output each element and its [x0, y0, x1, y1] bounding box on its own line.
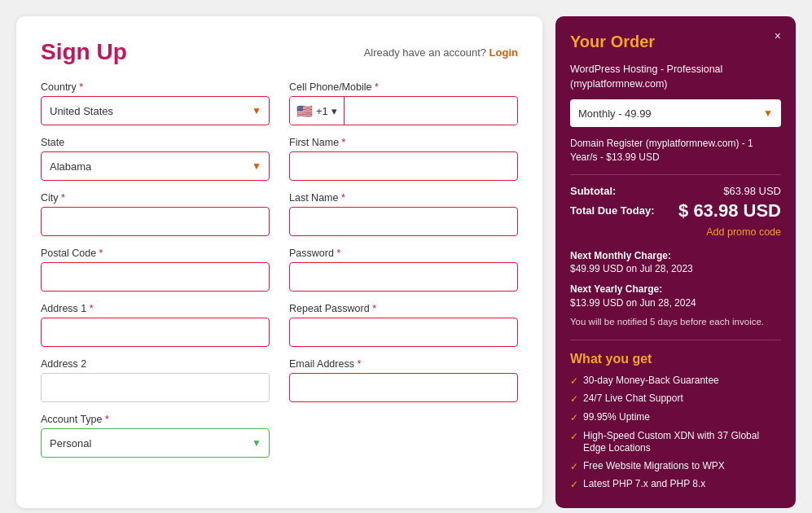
- account-type-select-wrapper: Personal Business ▼: [41, 428, 270, 458]
- city-group: City *: [41, 192, 270, 236]
- email-label: Email Address *: [289, 358, 518, 370]
- checkmark-icon: ✓: [570, 393, 578, 406]
- postal-code-group: Postal Code *: [41, 248, 270, 292]
- last-name-input[interactable]: [289, 207, 518, 236]
- feature-item: ✓Free Website Migrations to WPX: [570, 460, 781, 474]
- feature-item: ✓24/7 Live Chat Support: [570, 392, 781, 406]
- email-group: Email Address *: [289, 358, 518, 402]
- order-title: Your Order: [570, 33, 781, 51]
- phone-input-wrapper: 🇺🇸 +1 ▾: [289, 96, 518, 125]
- repeat-password-group: Repeat Password *: [289, 303, 518, 347]
- page-title: Sign Up: [41, 39, 127, 65]
- total-value: $ 63.98 USD: [678, 200, 781, 221]
- state-group: State Alabama Alaska Arizona ▼: [41, 137, 270, 181]
- address2-input[interactable]: [41, 373, 270, 402]
- what-you-get-section: What you get ✓30-day Money-Back Guarante…: [570, 340, 781, 492]
- total-row: Total Due Today: $ 63.98 USD: [570, 200, 781, 221]
- domain-line: Domain Register (myplatformnew.com) - 1 …: [570, 137, 781, 175]
- address1-group: Address 1 *: [41, 303, 270, 347]
- total-label: Total Due Today:: [570, 204, 655, 217]
- order-item-name: WordPress Hosting - Professional (myplat…: [570, 63, 781, 91]
- state-label: State: [41, 137, 270, 148]
- checkmark-icon: ✓: [570, 479, 578, 492]
- postal-code-label: Postal Code *: [41, 248, 270, 259]
- order-header: × Your Order: [570, 33, 781, 51]
- subtotal-row: Subtotal: $63.98 USD: [570, 185, 781, 197]
- next-yearly-value: $13.99 USD on Jun 28, 2024: [570, 297, 696, 309]
- first-name-label: First Name *: [289, 137, 518, 148]
- city-label: City *: [41, 192, 270, 204]
- checkmark-icon: ✓: [570, 431, 578, 444]
- checkmark-icon: ✓: [570, 412, 578, 425]
- already-account-text: Already have an account? Login: [364, 46, 518, 59]
- feature-item: ✓High-Speed Custom XDN with 37 Global Ed…: [570, 430, 781, 455]
- phone-code: +1: [316, 105, 328, 117]
- last-name-group: Last Name *: [289, 192, 518, 236]
- phone-group: Cell Phone/Mobile * 🇺🇸 +1 ▾: [289, 81, 518, 125]
- order-panel: × Your Order WordPress Hosting - Profess…: [555, 16, 796, 508]
- feature-list: ✓30-day Money-Back Guarantee✓24/7 Live C…: [570, 375, 781, 492]
- checkmark-icon: ✓: [570, 461, 578, 474]
- next-yearly-label: Next Yearly Charge:: [570, 283, 781, 296]
- email-input[interactable]: [289, 373, 518, 402]
- country-group: Country * United States Canada United Ki…: [41, 81, 270, 125]
- checkmark-icon: ✓: [570, 375, 578, 388]
- next-yearly-charge: Next Yearly Charge: $13.99 USD on Jun 28…: [570, 283, 781, 310]
- password-input[interactable]: [289, 262, 518, 292]
- last-name-label: Last Name *: [289, 192, 518, 204]
- account-type-select[interactable]: Personal Business: [41, 428, 270, 458]
- order-totals: Subtotal: $63.98 USD Total Due Today: $ …: [570, 185, 781, 221]
- phone-input[interactable]: [345, 97, 517, 125]
- address1-input[interactable]: [41, 318, 270, 347]
- country-select[interactable]: United States Canada United Kingdom: [41, 96, 270, 125]
- state-select[interactable]: Alabama Alaska Arizona: [41, 151, 270, 181]
- first-name-group: First Name *: [289, 137, 518, 181]
- address2-group: Address 2: [41, 358, 270, 402]
- signup-form: Country * United States Canada United Ki…: [41, 81, 518, 458]
- state-select-wrapper: Alabama Alaska Arizona ▼: [41, 151, 270, 181]
- password-group: Password *: [289, 248, 518, 292]
- signup-header: Sign Up Already have an account? Login: [41, 39, 518, 65]
- address2-label: Address 2: [41, 358, 270, 370]
- country-select-wrapper: United States Canada United Kingdom ▼: [41, 96, 270, 125]
- notification-text: You will be notified 5 days before each …: [570, 317, 781, 327]
- close-button[interactable]: ×: [775, 29, 781, 42]
- feature-item: ✓99.95% Uptime: [570, 411, 781, 425]
- promo-code-link[interactable]: Add promo code: [570, 226, 781, 238]
- feature-item: ✓Latest PHP 7.x and PHP 8.x: [570, 478, 781, 492]
- account-type-label: Account Type *: [41, 414, 270, 425]
- phone-flag-arrow: ▾: [331, 105, 337, 117]
- password-label: Password *: [289, 248, 518, 259]
- city-input[interactable]: [41, 207, 270, 236]
- feature-item: ✓30-day Money-Back Guarantee: [570, 375, 781, 388]
- account-type-group: Account Type * Personal Business ▼: [41, 414, 270, 458]
- billing-select[interactable]: Monthly - 49.99 Yearly - 499.99: [570, 99, 781, 127]
- country-label: Country *: [41, 81, 270, 93]
- login-link[interactable]: Login: [489, 46, 518, 59]
- subtotal-label: Subtotal:: [570, 185, 616, 197]
- what-you-get-title: What you get: [570, 352, 781, 366]
- flag-emoji: 🇺🇸: [296, 103, 313, 119]
- first-name-input[interactable]: [289, 151, 518, 181]
- repeat-password-label: Repeat Password *: [289, 303, 518, 314]
- next-monthly-label: Next Monthly Charge:: [570, 249, 781, 263]
- subtotal-value: $63.98 USD: [723, 185, 781, 197]
- billing-select-wrapper: Monthly - 49.99 Yearly - 499.99 ▼: [570, 99, 781, 127]
- address1-label: Address 1 *: [41, 303, 270, 314]
- postal-code-input[interactable]: [41, 262, 270, 292]
- next-monthly-charge: Next Monthly Charge: $49.99 USD on Jul 2…: [570, 249, 781, 277]
- phone-flag: 🇺🇸 +1 ▾: [290, 97, 345, 125]
- next-monthly-value: $49.99 USD on Jul 28, 2023: [570, 263, 693, 274]
- repeat-password-input[interactable]: [289, 318, 518, 347]
- signup-panel: Sign Up Already have an account? Login C…: [16, 16, 542, 508]
- phone-label: Cell Phone/Mobile *: [289, 81, 518, 93]
